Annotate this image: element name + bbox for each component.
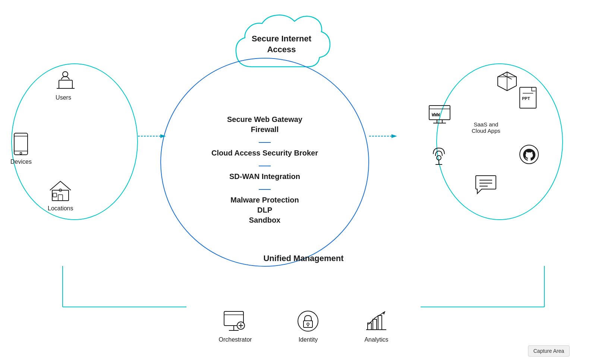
arrow-left bbox=[138, 132, 166, 140]
user-icon bbox=[52, 69, 75, 91]
ppt-icon-group: PPT bbox=[518, 86, 538, 111]
svg-rect-8 bbox=[58, 195, 63, 201]
identity-label: Identity bbox=[299, 336, 318, 343]
service-casb: Cloud Access Security Broker bbox=[211, 148, 318, 158]
users-label: Users bbox=[52, 94, 75, 101]
orchestrator-label: Orchestrator bbox=[219, 336, 252, 343]
chat-icon bbox=[474, 173, 497, 195]
signal-icon bbox=[428, 144, 450, 165]
diagram: Secure InternetAccess Secure Web Gateway… bbox=[0, 0, 607, 364]
identity-group: Identity bbox=[296, 310, 320, 343]
svg-point-31 bbox=[520, 145, 538, 164]
locations-label: Locations bbox=[48, 205, 73, 212]
package-icon bbox=[496, 70, 518, 92]
device-icon bbox=[11, 132, 31, 156]
service-swg: Secure Web Gateway Firewall bbox=[227, 114, 302, 135]
analytics-label: Analytics bbox=[364, 336, 388, 343]
orchestrator-group: Orchestrator bbox=[219, 310, 252, 343]
identity-icon bbox=[296, 310, 320, 333]
service-sdwan: SD-WAN Integration bbox=[229, 172, 300, 182]
cloud-title: Secure InternetAccess bbox=[252, 34, 311, 55]
ppt-icon: PPT bbox=[518, 86, 538, 110]
svg-point-28 bbox=[437, 156, 441, 160]
svg-point-0 bbox=[63, 72, 68, 77]
package-icon-group bbox=[496, 70, 518, 94]
sep3 bbox=[259, 189, 271, 190]
locations-icon-group: Locations bbox=[48, 179, 73, 212]
users-icon-group: Users bbox=[52, 69, 75, 101]
location-icon bbox=[48, 179, 72, 202]
svg-text:WWW: WWW bbox=[432, 112, 440, 117]
saas-label: SaaS and Cloud Apps bbox=[472, 121, 500, 134]
devices-label: Devices bbox=[10, 159, 32, 165]
orchestrator-icon bbox=[222, 310, 248, 333]
bottom-lines bbox=[0, 266, 607, 314]
github-icon-group bbox=[518, 144, 540, 167]
center-circle: Secure Web Gateway Firewall Cloud Access… bbox=[160, 58, 369, 267]
svg-marker-14 bbox=[391, 134, 397, 138]
svg-rect-52 bbox=[378, 316, 382, 330]
svg-point-48 bbox=[307, 323, 309, 325]
svg-text:PPT: PPT bbox=[522, 96, 530, 101]
svg-rect-51 bbox=[373, 319, 377, 330]
unified-management-title: Unified Management bbox=[0, 254, 607, 263]
svg-rect-1 bbox=[59, 80, 72, 88]
svg-rect-50 bbox=[368, 323, 371, 330]
devices-icon-group: Devices bbox=[10, 132, 32, 165]
svg-marker-12 bbox=[160, 134, 166, 138]
github-icon bbox=[518, 144, 540, 165]
center-services: Secure Web Gateway Firewall Cloud Access… bbox=[211, 114, 318, 225]
service-malware: Malware Protection DLP Sandbox bbox=[230, 195, 299, 225]
chat-icon-group bbox=[474, 173, 497, 197]
signal-icon-group bbox=[428, 144, 450, 167]
sep2 bbox=[259, 166, 271, 166]
analytics-icon bbox=[365, 310, 388, 333]
analytics-group: Analytics bbox=[364, 310, 388, 343]
svg-point-6 bbox=[20, 153, 22, 154]
arrow-right bbox=[369, 132, 397, 140]
www-icon-group: WWW bbox=[428, 104, 451, 125]
svg-rect-9 bbox=[53, 193, 57, 197]
bottom-icons-row: Orchestrator Identity bbox=[0, 310, 607, 343]
www-icon: WWW bbox=[428, 104, 451, 124]
capture-area-badge: Capture Area bbox=[528, 345, 570, 357]
sep1 bbox=[259, 142, 271, 143]
